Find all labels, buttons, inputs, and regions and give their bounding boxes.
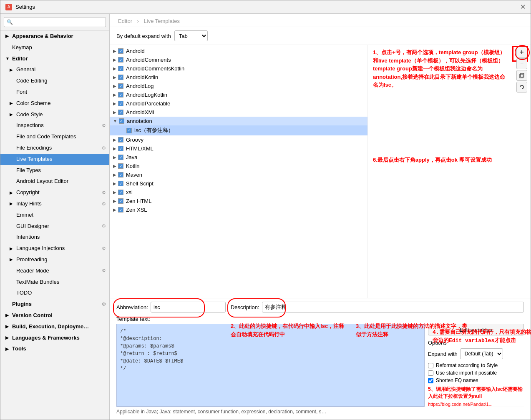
group-annotation[interactable]: ▼ annotation — [110, 117, 367, 125]
sidebar-item-general[interactable]: ▶ General — [0, 64, 109, 75]
chevron-right-icon: ▶ — [10, 190, 15, 196]
sidebar-item-keymap[interactable]: Keymap — [0, 42, 109, 53]
option-static-import: Use static import if possible — [428, 370, 524, 376]
xsl-checkbox[interactable] — [118, 190, 123, 195]
android-checkbox[interactable] — [118, 48, 123, 54]
sidebar-item-appearance[interactable]: ▶ Appearance & Behavior — [0, 31, 109, 42]
sidebar-item-inspections[interactable]: Inspections ⚙ — [0, 120, 109, 131]
group-java[interactable]: ▶ Java — [110, 153, 367, 162]
androidlog-checkbox[interactable] — [118, 83, 123, 89]
group-androidlog[interactable]: ▶ AndroidLog — [110, 82, 367, 90]
zen-html-checkbox[interactable] — [118, 198, 123, 204]
sidebar-item-file-code-templates[interactable]: File and Code Templates — [0, 131, 109, 142]
description-input[interactable] — [262, 302, 524, 312]
lsc-checkbox[interactable] — [126, 128, 132, 133]
group-shell[interactable]: ▶ Shell Script — [110, 179, 367, 188]
sidebar-item-file-encodings[interactable]: File Encodings ⚙ — [0, 142, 109, 154]
sidebar-item-todo[interactable]: TODO — [0, 288, 109, 299]
sidebar-item-editor[interactable]: ▼ Editor — [0, 53, 109, 65]
group-kotlin[interactable]: ▶ Kotlin — [110, 162, 367, 170]
group-maven-label: Maven — [126, 172, 142, 178]
androidlogkotlin-checkbox[interactable] — [118, 92, 123, 98]
sidebar-item-android-layout[interactable]: Android Layout Editor — [0, 176, 109, 187]
sidebar-item-copyright[interactable]: ▶ Copyright ⚙ — [0, 187, 109, 198]
maven-checkbox[interactable] — [118, 172, 123, 178]
kotlin-checkbox[interactable] — [118, 163, 123, 169]
expand-with-select[interactable]: Default (Tab) Tab Enter Space — [460, 348, 503, 359]
group-android-label: Android — [126, 48, 145, 54]
sidebar-item-code-editing[interactable]: Code Editing — [0, 75, 109, 87]
group-zen-html[interactable]: ▶ Zen HTML — [110, 197, 367, 205]
breadcrumb-live-templates: Live Templates — [144, 18, 180, 24]
sidebar-item-font[interactable]: Font — [0, 87, 109, 98]
sidebar-item-color-scheme[interactable]: ▶ Color Scheme — [0, 98, 109, 109]
sidebar-item-version-control[interactable]: ▶ Version Control — [0, 310, 109, 321]
sidebar-item-build[interactable]: ▶ Build, Execution, Deployme… — [0, 321, 109, 332]
shorten-checkbox[interactable] — [428, 378, 433, 383]
group-androidxml[interactable]: ▶ AndroidXML — [110, 108, 367, 117]
html-xml-checkbox[interactable] — [118, 146, 123, 151]
copy-button[interactable] — [516, 70, 527, 81]
sidebar-item-inlay-hints[interactable]: ▶ Inlay Hints ⚙ — [0, 198, 109, 210]
androidparcelable-checkbox[interactable] — [118, 101, 123, 106]
close-button[interactable]: ✕ — [520, 3, 526, 11]
spacer — [10, 145, 15, 151]
group-androidlogkotlin[interactable]: ▶ AndroidLogKotlin — [110, 90, 367, 99]
settings-icon: ⚙ — [102, 267, 106, 275]
sidebar-item-textmate[interactable]: TextMate Bundles — [0, 277, 109, 288]
androidcomments-checkbox[interactable] — [118, 57, 123, 62]
group-groovy[interactable]: ▶ Groovy — [110, 135, 367, 144]
group-androidcommentskotlin[interactable]: ▶ AndroidCommentsKotlin — [110, 64, 367, 73]
chevron-right-icon: ▶ — [10, 200, 15, 207]
sidebar-item-gui-designer[interactable]: GUI Designer ⚙ — [0, 221, 109, 232]
androidkotlin-checkbox[interactable] — [118, 75, 123, 80]
sidebar-item-language-injections[interactable]: ▶ Language Injections ⚙ — [0, 243, 109, 254]
group-shell-label: Shell Script — [126, 180, 154, 187]
reformat-checkbox[interactable] — [428, 363, 433, 368]
group-xsl[interactable]: ▶ xsl — [110, 188, 367, 197]
annotation-checkbox[interactable] — [119, 118, 124, 124]
sidebar-item-intentions[interactable]: Intentions — [0, 232, 109, 243]
item-lsc[interactable]: lsc（有参注释） — [110, 125, 367, 135]
androidcommentskotlin-checkbox[interactable] — [118, 66, 123, 71]
group-android[interactable]: ▶ Android — [110, 47, 367, 55]
sidebar-item-tools[interactable]: ▶ Tools — [0, 343, 109, 355]
group-zen-xsl[interactable]: ▶ Zen XSL — [110, 205, 367, 214]
chevron-right-icon: ▶ — [113, 66, 116, 71]
group-androidkotlin[interactable]: ▶ AndroidKotlin — [110, 73, 367, 82]
abbreviation-input[interactable] — [151, 302, 226, 312]
groovy-checkbox[interactable] — [118, 137, 123, 142]
template-text-area: /* *@description: *@params: $params$ *@r… — [116, 324, 524, 407]
annotation-area: 1、点击+号，有两个选项，template group（模板组）和live te… — [368, 45, 531, 298]
search-input[interactable] — [4, 17, 106, 27]
sidebar: ▶ Appearance & Behavior Keymap ▼ Editor … — [0, 14, 110, 420]
remove-button[interactable]: − — [516, 58, 527, 69]
sidebar-item-code-style[interactable]: ▶ Code Style — [0, 109, 109, 120]
sidebar-item-live-templates[interactable]: Live Templates — [0, 154, 109, 165]
revert-button[interactable] — [516, 82, 527, 92]
sidebar-item-reader-mode[interactable]: Reader Mode ⚙ — [0, 265, 109, 277]
group-html-xml[interactable]: ▶ HTML/XML — [110, 144, 367, 153]
group-androidparcelable[interactable]: ▶ AndroidParcelable — [110, 99, 367, 108]
description-label: Description: — [231, 304, 259, 310]
sidebar-item-file-types[interactable]: File Types — [0, 165, 109, 176]
code-editor[interactable]: /* *@description: *@params: $params$ *@r… — [116, 324, 425, 407]
spacer — [10, 178, 15, 185]
androidxml-checkbox[interactable] — [118, 110, 123, 115]
chevron-right-icon: ▶ — [10, 256, 15, 263]
chevron-right-icon: ▶ — [113, 181, 116, 186]
sidebar-item-proofreading[interactable]: ▶ Proofreading — [0, 254, 109, 265]
sidebar-item-plugins[interactable]: Plugins ⚙ — [0, 299, 109, 310]
add-button[interactable]: + — [516, 47, 527, 58]
sidebar-item-languages[interactable]: ▶ Languages & Frameworks — [0, 332, 109, 344]
sidebar-item-emmet[interactable]: Emmet — [0, 210, 109, 221]
settings-window: A Settings ✕ ▶ Appearance & Behavior Key… — [0, 0, 531, 420]
shell-checkbox[interactable] — [118, 181, 123, 186]
group-androidcomments[interactable]: ▶ AndroidComments — [110, 55, 367, 64]
spacer — [5, 301, 10, 308]
expand-select[interactable]: Tab Enter Space — [174, 30, 208, 41]
java-checkbox[interactable] — [118, 155, 123, 160]
zen-xsl-checkbox[interactable] — [118, 207, 123, 212]
static-import-checkbox[interactable] — [428, 370, 433, 376]
group-maven[interactable]: ▶ Maven — [110, 170, 367, 179]
